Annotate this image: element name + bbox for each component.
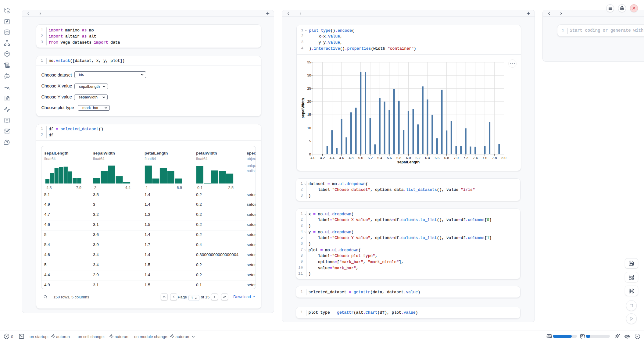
svg-text:5: 5 xyxy=(309,139,311,143)
svg-text:6.8: 6.8 xyxy=(444,156,449,159)
svg-text:35: 35 xyxy=(307,60,311,64)
svg-text:5.0: 5.0 xyxy=(358,156,363,159)
svg-text:25: 25 xyxy=(307,87,311,90)
svg-text:7.8: 7.8 xyxy=(492,156,497,159)
svg-text:4.0: 4.0 xyxy=(310,156,315,159)
svg-text:7.6: 7.6 xyxy=(482,156,487,159)
svg-text:4.2: 4.2 xyxy=(320,156,325,159)
svg-text:7.0: 7.0 xyxy=(454,156,459,159)
svg-text:5.4: 5.4 xyxy=(377,156,382,159)
svg-text:20: 20 xyxy=(307,100,311,103)
svg-text:6.0: 6.0 xyxy=(406,156,411,159)
svg-text:7.4: 7.4 xyxy=(473,156,478,159)
svg-text:0: 0 xyxy=(309,152,311,156)
svg-text:5.2: 5.2 xyxy=(368,156,373,159)
svg-text:7.2: 7.2 xyxy=(463,156,468,159)
svg-text:4.8: 4.8 xyxy=(349,156,354,159)
svg-text:8.0: 8.0 xyxy=(502,156,506,159)
svg-text:30: 30 xyxy=(307,73,311,77)
svg-text:5.8: 5.8 xyxy=(396,156,401,159)
svg-text:4.4: 4.4 xyxy=(330,156,335,159)
svg-text:10: 10 xyxy=(307,126,311,130)
svg-text:6.6: 6.6 xyxy=(435,156,439,159)
svg-text:6.2: 6.2 xyxy=(416,156,420,159)
svg-text:sepalLength: sepalLength xyxy=(397,160,420,164)
svg-text:6.4: 6.4 xyxy=(425,156,430,159)
svg-text:5.6: 5.6 xyxy=(387,156,392,159)
svg-text:15: 15 xyxy=(307,113,311,116)
svg-text:4.6: 4.6 xyxy=(339,156,344,159)
svg-text:sepalWidth: sepalWidth xyxy=(301,98,305,118)
